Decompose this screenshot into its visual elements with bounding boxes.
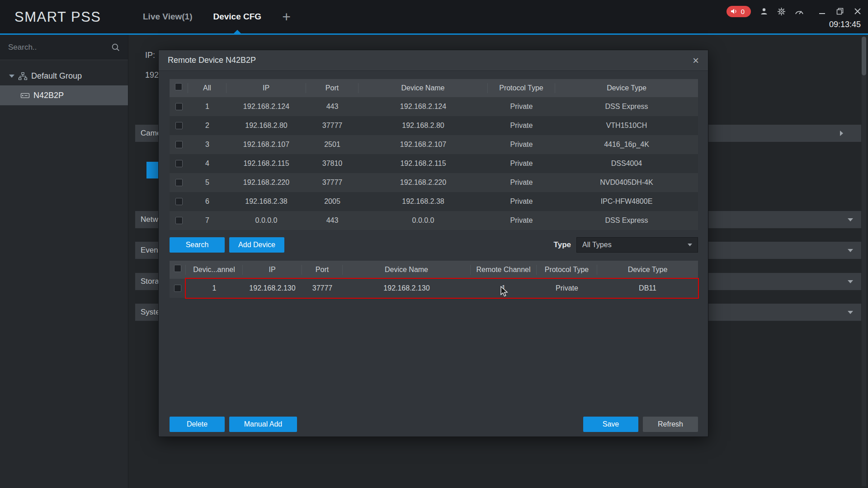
cell-ip: 192.168.2.107 — [226, 141, 306, 149]
new-tab-button[interactable]: + — [282, 0, 291, 33]
search-icon[interactable] — [111, 43, 120, 52]
type-select[interactable]: All Types — [576, 237, 698, 253]
clock: 09:13:45 — [829, 20, 861, 29]
app-logo: SMART PSS — [14, 9, 101, 25]
tab-live-view[interactable]: Live View(1) — [143, 0, 192, 33]
chevron-right-icon — [840, 131, 843, 136]
cell-device-name: 192.168.2.124 — [359, 103, 488, 111]
table-row[interactable]: 5 192.168.2.220 37777 192.168.2.220 Priv… — [170, 173, 698, 192]
table-row[interactable]: 4 192.168.2.115 37810 192.168.2.115 Priv… — [170, 154, 698, 173]
cell-protocol-type: Private — [488, 160, 555, 168]
sidebar-item-device-n42b2p[interactable]: N42B2P — [0, 85, 128, 105]
header-port: Port — [302, 265, 343, 275]
ip-field-label: IP: — [145, 51, 155, 60]
chevron-down-icon — [848, 280, 853, 283]
header-all: All — [188, 83, 226, 93]
table-row[interactable]: 6 192.168.2.38 2005 192.168.2.38 Private… — [170, 192, 698, 211]
table-row[interactable]: 1 192.168.2.124 443 192.168.2.124 Privat… — [170, 97, 698, 116]
dialog-title: Remote Device N42B2P — [168, 56, 256, 65]
cell-ip: 0.0.0.0 — [226, 216, 306, 225]
select-all-checkbox[interactable] — [174, 265, 181, 272]
row-checkbox[interactable] — [175, 141, 183, 148]
sidebar-search — [0, 35, 128, 60]
gauge-icon[interactable] — [795, 8, 804, 15]
type-label: Type — [554, 240, 571, 249]
gear-icon[interactable] — [777, 7, 786, 16]
cell-ip: 192.168.2.124 — [226, 103, 306, 111]
cell-device-name: 192.168.2.220 — [359, 178, 488, 187]
cell-device-type: IPC-HFW4800E — [555, 197, 698, 206]
tab-device-cfg[interactable]: Device CFG — [213, 0, 261, 33]
cell-protocol-type: Private — [488, 103, 555, 111]
chevron-down-icon — [688, 244, 692, 246]
sidebar-item-default-group[interactable]: Default Group — [0, 66, 128, 85]
close-icon[interactable] — [854, 8, 861, 14]
manual-add-button[interactable]: Manual Add — [229, 417, 297, 432]
user-icon[interactable] — [760, 7, 768, 15]
device-label: N42B2P — [33, 91, 64, 100]
cell-device-type: NVD0405DH-4K — [555, 178, 698, 187]
dialog-title-bar: Remote Device N42B2P × — [159, 50, 708, 71]
scrollbar-thumb[interactable] — [862, 37, 866, 75]
added-device-row[interactable]: 1 192.168.2.130 37777 192.168.2.130 1 Pr… — [170, 279, 698, 298]
refresh-button[interactable]: Refresh — [643, 417, 698, 432]
cell-port: 37810 — [306, 160, 359, 168]
cell-index: 1 — [188, 103, 226, 111]
header-device-name: Device Name — [359, 83, 488, 93]
restore-icon[interactable] — [836, 8, 844, 15]
row-checkbox[interactable] — [175, 198, 183, 205]
minimize-icon[interactable] — [819, 8, 826, 14]
header-remote-channel: Remote Channel — [471, 265, 537, 275]
vertical-scrollbar[interactable] — [862, 37, 866, 486]
section-label: Event — [141, 246, 160, 255]
cell-checkbox — [170, 122, 188, 129]
cell-device-name: 192.168.2.38 — [359, 197, 488, 206]
table-row[interactable]: 2 192.168.2.80 37777 192.168.2.80 Privat… — [170, 116, 698, 135]
header-port: Port — [306, 83, 359, 93]
cell-index: 6 — [188, 197, 226, 206]
row-checkbox[interactable] — [175, 160, 183, 167]
table-row[interactable]: 3 192.168.2.107 2501 192.168.2.107 Priva… — [170, 135, 698, 154]
cell-index: 4 — [188, 160, 226, 168]
table-row[interactable]: 7 0.0.0.0 443 0.0.0.0 Private DSS Expres… — [170, 211, 698, 230]
row-checkbox[interactable] — [175, 217, 183, 224]
cell-protocol-type: Private — [488, 122, 555, 130]
cell-checkbox — [170, 179, 188, 186]
row-checkbox[interactable] — [175, 179, 183, 186]
select-all-checkbox[interactable] — [175, 83, 182, 90]
cell-device-type: DB11 — [597, 284, 698, 292]
row-checkbox[interactable] — [174, 285, 181, 292]
alarm-button[interactable]: 0 — [726, 6, 751, 17]
cell-index: 3 — [188, 141, 226, 149]
cell-checkbox — [170, 160, 188, 167]
cell-checkbox — [170, 103, 188, 110]
cell-device-name: 192.168.2.130 — [343, 284, 471, 292]
dialog-close-icon[interactable]: × — [693, 55, 699, 66]
cell-ip: 192.168.2.115 — [226, 160, 306, 168]
cell-index: 5 — [188, 178, 226, 187]
search-input[interactable] — [8, 43, 111, 52]
search-button[interactable]: Search — [170, 237, 225, 253]
header-ip: IP — [243, 265, 302, 275]
save-button[interactable]: Save — [583, 417, 638, 432]
added-table-header: Devic...annel IP Port Device Name Remote… — [170, 261, 698, 279]
tab-bar: Live View(1) Device CFG + — [143, 0, 291, 33]
cell-device-type: DSS Express — [555, 103, 698, 111]
speaker-icon — [731, 8, 738, 14]
cell-protocol-type: Private — [488, 141, 555, 149]
row-checkbox[interactable] — [175, 122, 183, 129]
top-right-toolbar: 0 — [726, 5, 861, 18]
chevron-down-icon — [848, 218, 853, 221]
alarm-count-badge: 0 — [741, 8, 745, 15]
cell-device-name: 0.0.0.0 — [359, 216, 488, 225]
add-device-button[interactable]: Add Device — [229, 237, 284, 253]
search-results-table: All IP Port Device Name Protocol Type De… — [170, 79, 698, 230]
top-bar: SMART PSS Live View(1) Device CFG + 0 09… — [0, 0, 868, 33]
smartpss-window: SMART PSS Live View(1) Device CFG + 0 09… — [0, 0, 868, 488]
row-checkbox[interactable] — [175, 103, 183, 110]
cell-checkbox — [170, 285, 186, 292]
delete-button[interactable]: Delete — [170, 417, 225, 432]
header-ip: IP — [226, 83, 306, 93]
type-filter: Type All Types — [554, 237, 698, 253]
search-table-header: All IP Port Device Name Protocol Type De… — [170, 79, 698, 97]
